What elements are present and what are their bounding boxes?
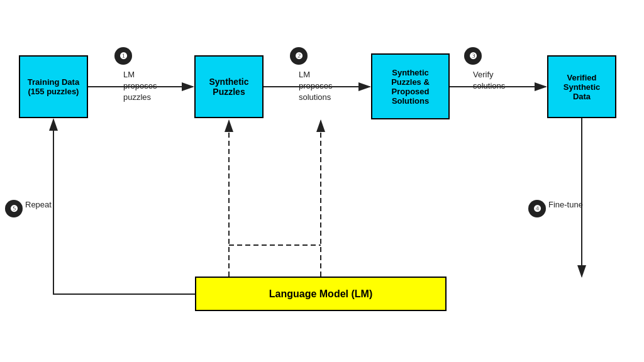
step-2-circle: ❷ bbox=[290, 47, 308, 65]
synthetic-puzzles-label: Synthetic Puzzles bbox=[201, 77, 257, 97]
step-2-label: LMproposessolutions bbox=[299, 69, 332, 104]
diagram: Training Data (155 puzzles) Synthetic Pu… bbox=[0, 0, 644, 362]
step-3-circle: ❸ bbox=[464, 47, 482, 65]
training-data-box: Training Data (155 puzzles) bbox=[19, 55, 88, 118]
step-5-circle: ❺ bbox=[5, 200, 23, 217]
language-model-label: Language Model (LM) bbox=[269, 288, 372, 300]
arrow-lm-to-training bbox=[53, 119, 195, 294]
language-model-box: Language Model (LM) bbox=[195, 277, 447, 311]
step-4-circle: ❹ bbox=[528, 200, 546, 217]
step-1-circle: ❶ bbox=[114, 47, 132, 65]
step-4-label: Fine-tune bbox=[548, 200, 583, 209]
synthetic-proposed-solutions-label: Synthetic Puzzles & Proposed Solutions bbox=[377, 68, 443, 106]
step-1-label: LMproposespuzzles bbox=[123, 69, 157, 104]
step-5-label: Repeat bbox=[25, 200, 52, 209]
training-data-label: Training Data (155 puzzles) bbox=[25, 77, 82, 96]
verified-synthetic-data-box: Verified Synthetic Data bbox=[547, 55, 616, 118]
verified-synthetic-data-label: Verified Synthetic Data bbox=[553, 73, 610, 101]
synthetic-proposed-solutions-box: Synthetic Puzzles & Proposed Solutions bbox=[371, 53, 450, 119]
step-3-label: Verifysolutions bbox=[473, 69, 505, 92]
synthetic-puzzles-box: Synthetic Puzzles bbox=[194, 55, 264, 118]
